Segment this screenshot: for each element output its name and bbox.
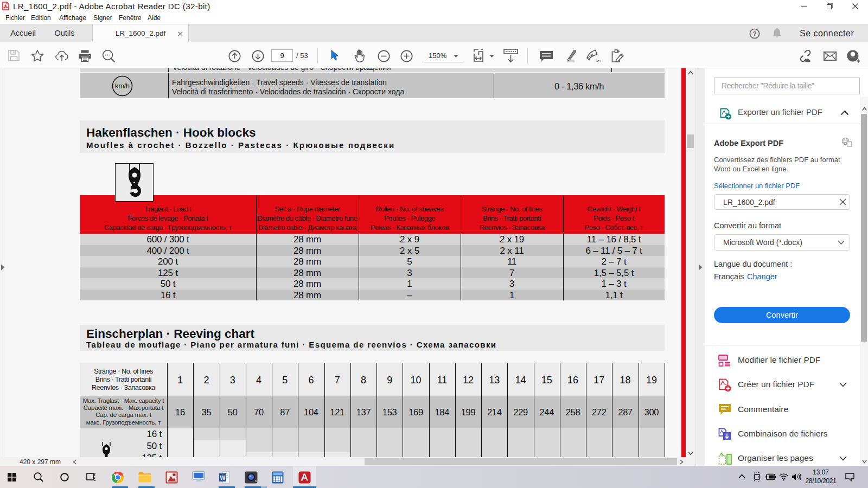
svg-text:?: ? bbox=[752, 30, 756, 37]
svg-text:W: W bbox=[220, 474, 226, 481]
svg-text:km/h: km/h bbox=[115, 82, 130, 90]
svg-text:64: 64 bbox=[255, 479, 258, 483]
